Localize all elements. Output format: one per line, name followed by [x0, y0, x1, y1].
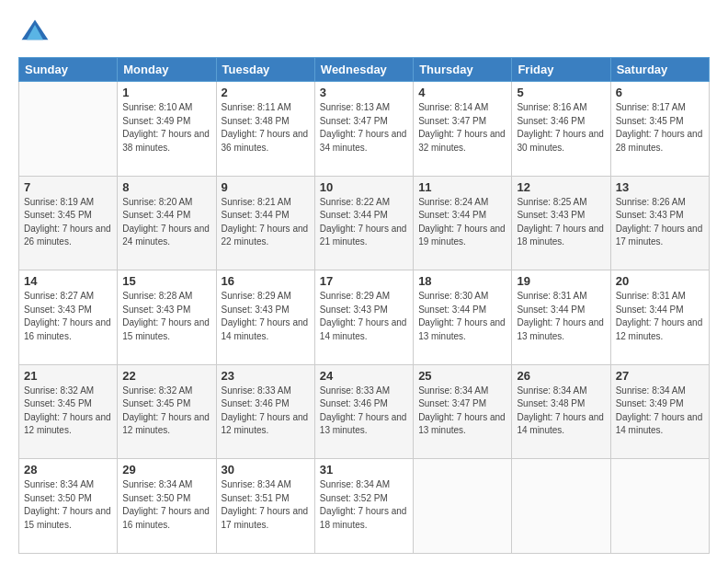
- calendar-cell: 28Sunrise: 8:34 AMSunset: 3:50 PMDayligh…: [19, 459, 118, 554]
- day-info: Sunrise: 8:20 AMSunset: 3:44 PMDaylight:…: [122, 196, 210, 249]
- day-info: Sunrise: 8:21 AMSunset: 3:44 PMDaylight:…: [222, 196, 310, 249]
- calendar-cell: 22Sunrise: 8:32 AMSunset: 3:45 PMDayligh…: [118, 364, 216, 459]
- day-number: 6: [616, 86, 704, 99]
- day-info: Sunrise: 8:34 AMSunset: 3:51 PMDaylight:…: [222, 478, 310, 532]
- day-info: Sunrise: 8:29 AMSunset: 3:43 PMDaylight:…: [320, 290, 408, 343]
- weekday-header-row: SundayMondayTuesdayWednesdayThursdayFrid…: [19, 58, 710, 82]
- header: [18, 17, 710, 50]
- calendar-cell: 26Sunrise: 8:34 AMSunset: 3:48 PMDayligh…: [512, 364, 610, 459]
- calendar-cell: 10Sunrise: 8:22 AMSunset: 3:44 PMDayligh…: [314, 176, 413, 270]
- day-info: Sunrise: 8:34 AMSunset: 3:47 PMDaylight:…: [418, 385, 506, 438]
- weekday-header-wednesday: Wednesday: [314, 58, 413, 82]
- calendar-cell: 11Sunrise: 8:24 AMSunset: 3:44 PMDayligh…: [414, 176, 512, 270]
- calendar-cell: 19Sunrise: 8:31 AMSunset: 3:44 PMDayligh…: [512, 270, 610, 365]
- calendar-cell: 7Sunrise: 8:19 AMSunset: 3:45 PMDaylight…: [19, 176, 118, 270]
- day-number: 8: [122, 180, 210, 194]
- day-number: 30: [222, 463, 310, 477]
- logo-icon: [18, 17, 51, 50]
- day-info: Sunrise: 8:26 AMSunset: 3:43 PMDaylight:…: [616, 196, 704, 249]
- weekday-header-sunday: Sunday: [19, 58, 118, 82]
- calendar-week-row: 1Sunrise: 8:10 AMSunset: 3:49 PMDaylight…: [19, 82, 710, 177]
- day-info: Sunrise: 8:34 AMSunset: 3:48 PMDaylight:…: [517, 385, 605, 438]
- calendar-cell: 4Sunrise: 8:14 AMSunset: 3:47 PMDaylight…: [414, 82, 512, 177]
- day-info: Sunrise: 8:16 AMSunset: 3:46 PMDaylight:…: [517, 101, 605, 155]
- day-info: Sunrise: 8:33 AMSunset: 3:46 PMDaylight:…: [320, 385, 408, 438]
- day-number: 26: [517, 369, 605, 383]
- weekday-header-friday: Friday: [512, 58, 610, 82]
- calendar-cell: 20Sunrise: 8:31 AMSunset: 3:44 PMDayligh…: [610, 270, 709, 365]
- day-info: Sunrise: 8:34 AMSunset: 3:49 PMDaylight:…: [616, 385, 704, 438]
- day-number: 14: [24, 274, 112, 288]
- day-info: Sunrise: 8:31 AMSunset: 3:44 PMDaylight:…: [517, 290, 605, 343]
- day-info: Sunrise: 8:34 AMSunset: 3:50 PMDaylight:…: [122, 478, 210, 532]
- calendar-cell: 24Sunrise: 8:33 AMSunset: 3:46 PMDayligh…: [314, 364, 413, 459]
- calendar-cell: 2Sunrise: 8:11 AMSunset: 3:48 PMDaylight…: [216, 82, 314, 177]
- day-number: 12: [517, 180, 605, 194]
- calendar-cell: [512, 459, 610, 554]
- calendar-cell: 9Sunrise: 8:21 AMSunset: 3:44 PMDaylight…: [216, 176, 314, 270]
- day-number: 22: [122, 369, 210, 383]
- calendar-cell: 27Sunrise: 8:34 AMSunset: 3:49 PMDayligh…: [610, 364, 709, 459]
- day-number: 15: [122, 274, 210, 288]
- day-info: Sunrise: 8:32 AMSunset: 3:45 PMDaylight:…: [122, 385, 210, 438]
- day-info: Sunrise: 8:27 AMSunset: 3:43 PMDaylight:…: [24, 290, 112, 343]
- day-number: 31: [320, 463, 408, 477]
- calendar-week-row: 21Sunrise: 8:32 AMSunset: 3:45 PMDayligh…: [19, 364, 710, 459]
- day-number: 16: [222, 274, 310, 288]
- weekday-header-tuesday: Tuesday: [216, 58, 314, 82]
- day-number: 3: [320, 86, 408, 99]
- day-number: 9: [222, 180, 310, 194]
- calendar-cell: 15Sunrise: 8:28 AMSunset: 3:43 PMDayligh…: [118, 270, 216, 365]
- day-info: Sunrise: 8:29 AMSunset: 3:43 PMDaylight:…: [222, 290, 310, 343]
- day-number: 10: [320, 180, 408, 194]
- day-number: 21: [24, 369, 112, 383]
- calendar-cell: 29Sunrise: 8:34 AMSunset: 3:50 PMDayligh…: [118, 459, 216, 554]
- day-info: Sunrise: 8:34 AMSunset: 3:50 PMDaylight:…: [24, 478, 112, 532]
- day-info: Sunrise: 8:11 AMSunset: 3:48 PMDaylight:…: [222, 101, 310, 155]
- calendar-cell: 23Sunrise: 8:33 AMSunset: 3:46 PMDayligh…: [216, 364, 314, 459]
- calendar-cell: 25Sunrise: 8:34 AMSunset: 3:47 PMDayligh…: [414, 364, 512, 459]
- calendar-cell: 8Sunrise: 8:20 AMSunset: 3:44 PMDaylight…: [118, 176, 216, 270]
- calendar-cell: 5Sunrise: 8:16 AMSunset: 3:46 PMDaylight…: [512, 82, 610, 177]
- calendar-cell: 17Sunrise: 8:29 AMSunset: 3:43 PMDayligh…: [314, 270, 413, 365]
- calendar-week-row: 7Sunrise: 8:19 AMSunset: 3:45 PMDaylight…: [19, 176, 710, 270]
- day-number: 18: [418, 274, 506, 288]
- calendar-cell: 16Sunrise: 8:29 AMSunset: 3:43 PMDayligh…: [216, 270, 314, 365]
- calendar-table: SundayMondayTuesdayWednesdayThursdayFrid…: [18, 57, 710, 554]
- day-number: 20: [616, 274, 704, 288]
- weekday-header-thursday: Thursday: [414, 58, 512, 82]
- day-info: Sunrise: 8:33 AMSunset: 3:46 PMDaylight:…: [222, 385, 310, 438]
- day-number: 28: [24, 463, 112, 477]
- calendar-cell: 13Sunrise: 8:26 AMSunset: 3:43 PMDayligh…: [610, 176, 709, 270]
- day-info: Sunrise: 8:13 AMSunset: 3:47 PMDaylight:…: [320, 101, 408, 155]
- day-info: Sunrise: 8:10 AMSunset: 3:49 PMDaylight:…: [122, 101, 210, 155]
- day-number: 25: [418, 369, 506, 383]
- day-info: Sunrise: 8:25 AMSunset: 3:43 PMDaylight:…: [517, 196, 605, 249]
- calendar-cell: 6Sunrise: 8:17 AMSunset: 3:45 PMDaylight…: [610, 82, 709, 177]
- calendar-cell: 12Sunrise: 8:25 AMSunset: 3:43 PMDayligh…: [512, 176, 610, 270]
- calendar-cell: 14Sunrise: 8:27 AMSunset: 3:43 PMDayligh…: [19, 270, 118, 365]
- calendar-cell: 3Sunrise: 8:13 AMSunset: 3:47 PMDaylight…: [314, 82, 413, 177]
- day-number: 4: [418, 86, 506, 99]
- day-number: 17: [320, 274, 408, 288]
- day-number: 2: [222, 86, 310, 99]
- day-number: 23: [222, 369, 310, 383]
- day-info: Sunrise: 8:24 AMSunset: 3:44 PMDaylight:…: [418, 196, 506, 249]
- day-number: 5: [517, 86, 605, 99]
- day-number: 24: [320, 369, 408, 383]
- day-number: 13: [616, 180, 704, 194]
- day-info: Sunrise: 8:32 AMSunset: 3:45 PMDaylight:…: [24, 385, 112, 438]
- calendar-cell: 1Sunrise: 8:10 AMSunset: 3:49 PMDaylight…: [118, 82, 216, 177]
- logo: [18, 17, 57, 50]
- calendar-cell: 30Sunrise: 8:34 AMSunset: 3:51 PMDayligh…: [216, 459, 314, 554]
- day-number: 19: [517, 274, 605, 288]
- day-info: Sunrise: 8:17 AMSunset: 3:45 PMDaylight:…: [616, 101, 704, 155]
- day-number: 11: [418, 180, 506, 194]
- calendar-week-row: 28Sunrise: 8:34 AMSunset: 3:50 PMDayligh…: [19, 459, 710, 554]
- calendar-cell: 21Sunrise: 8:32 AMSunset: 3:45 PMDayligh…: [19, 364, 118, 459]
- page: SundayMondayTuesdayWednesdayThursdayFrid…: [0, 0, 728, 563]
- calendar-week-row: 14Sunrise: 8:27 AMSunset: 3:43 PMDayligh…: [19, 270, 710, 365]
- weekday-header-saturday: Saturday: [610, 58, 709, 82]
- day-info: Sunrise: 8:14 AMSunset: 3:47 PMDaylight:…: [418, 101, 506, 155]
- calendar-cell: [414, 459, 512, 554]
